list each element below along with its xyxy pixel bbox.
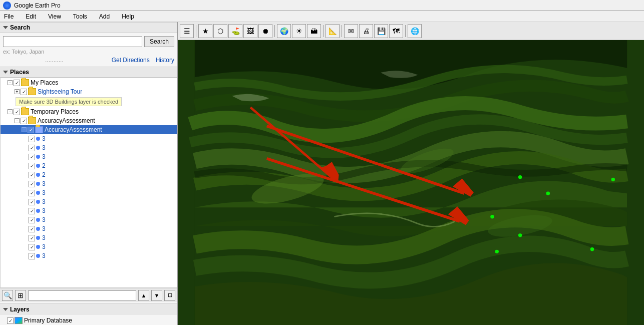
tree-item-accuracy2[interactable]: - AccuracyAssessment [1, 125, 177, 134]
lbl6: 3 [42, 180, 46, 187]
move-up-btn[interactable]: ▲ [138, 290, 149, 301]
dot6 [36, 182, 40, 186]
email-btn[interactable]: ✉ [344, 24, 358, 38]
expand-sightseeing[interactable]: + [15, 89, 20, 94]
sky-btn[interactable]: 🏔 [307, 24, 321, 38]
earth-btn[interactable]: 🌍 [277, 24, 291, 38]
cb12[interactable] [29, 235, 35, 241]
menu-tools[interactable]: Tools [71, 12, 89, 21]
list-item[interactable]: 3 [1, 224, 177, 233]
separator5 [405, 25, 406, 37]
checkbox-myplaces[interactable] [14, 80, 20, 86]
places-section-header[interactable]: Places [0, 67, 177, 78]
separator2 [274, 25, 275, 37]
path-btn[interactable]: ⛳ [228, 24, 242, 38]
expand-tempplaces[interactable]: - [8, 109, 13, 114]
tour-btn[interactable]: ⏺ [258, 24, 272, 38]
lbl5: 2 [42, 171, 46, 178]
network-btn[interactable]: 🌐 [408, 24, 422, 38]
print-btn[interactable]: 🖨 [359, 24, 373, 38]
menu-file[interactable]: File [2, 12, 16, 21]
expand-all-btn[interactable]: ⊡ [164, 290, 175, 301]
cb9[interactable] [29, 208, 35, 214]
search-places-btn[interactable]: 🔍 [2, 290, 13, 301]
move-down-btn[interactable]: ▼ [151, 290, 162, 301]
cb11[interactable] [29, 226, 35, 232]
polygon-btn[interactable]: ⬡ [213, 24, 227, 38]
list-item[interactable]: 3 [1, 143, 177, 152]
get-directions-link[interactable]: Get Directions [112, 57, 150, 64]
list-item[interactable]: 3 [1, 233, 177, 242]
cb14[interactable] [29, 253, 35, 259]
tree-item-sightseeing[interactable]: + Sightseeing Tour [1, 87, 177, 96]
tree-item-primarydb[interactable]: Primary Database [0, 316, 177, 325]
search-dots: ........... [3, 57, 106, 64]
checkbox-sightseeing[interactable] [21, 89, 27, 95]
cb3[interactable] [29, 154, 35, 160]
cb13[interactable] [29, 244, 35, 250]
list-item[interactable]: 3 [1, 197, 177, 206]
list-item[interactable]: 3 [1, 134, 177, 143]
checkbox-primarydb[interactable] [7, 317, 14, 324]
lbl7: 3 [42, 189, 46, 196]
tree-item-myplaces[interactable]: - My Places [1, 78, 177, 87]
placemark-btn[interactable]: ★ [198, 24, 212, 38]
label-sightseeing: Sightseeing Tour [38, 88, 82, 95]
cb7[interactable] [29, 190, 35, 196]
ruler-btn[interactable]: 📐 [326, 24, 340, 38]
expand-accuracy2[interactable]: - [22, 127, 27, 132]
search-section-header[interactable]: Search [0, 22, 177, 33]
places-collapse-icon [3, 71, 8, 74]
dot2 [36, 146, 40, 150]
menu-edit[interactable]: Edit [24, 12, 38, 21]
cb4[interactable] [29, 163, 35, 169]
checkbox-tempplaces[interactable] [14, 109, 20, 115]
dot10 [36, 218, 40, 222]
list-item[interactable]: 3 [1, 152, 177, 161]
history-link[interactable]: History [156, 57, 174, 64]
expand-accuracy1[interactable]: - [15, 118, 20, 123]
search-button[interactable]: Search [144, 36, 174, 47]
checkbox-accuracy1[interactable] [21, 118, 27, 124]
toggle-view-btn[interactable]: ⊞ [15, 290, 26, 301]
cb1[interactable] [29, 136, 35, 142]
tree-item-accuracy1[interactable]: - AccuracyAssessment [1, 116, 177, 125]
menu-help[interactable]: Help [120, 12, 136, 21]
sidebar-toggle-btn[interactable]: ☰ [180, 24, 194, 38]
places-search-input[interactable] [28, 290, 136, 300]
list-item[interactable]: 3 [1, 188, 177, 197]
cb10[interactable] [29, 217, 35, 223]
list-item[interactable]: 3 [1, 179, 177, 188]
cb2[interactable] [29, 145, 35, 151]
dot13 [36, 245, 40, 249]
list-item[interactable]: 2 [1, 161, 177, 170]
checkbox-accuracy2[interactable] [28, 127, 34, 133]
cb8[interactable] [29, 199, 35, 205]
lbl9: 3 [42, 207, 46, 214]
menu-add[interactable]: Add [97, 12, 112, 21]
sun-btn[interactable]: ☀ [292, 24, 306, 38]
places-tree[interactable]: - My Places + Sightseeing Tour Make sure… [0, 78, 177, 288]
list-item[interactable]: 3 [1, 215, 177, 224]
view-in-maps-btn[interactable]: 🗺 [389, 24, 403, 38]
menu-view[interactable]: View [46, 12, 63, 21]
svg-point-13 [611, 178, 615, 181]
cb6[interactable] [29, 181, 35, 187]
save-image-btn[interactable]: 💾 [374, 24, 388, 38]
list-item[interactable]: 3 [1, 251, 177, 260]
list-item[interactable]: 3 [1, 206, 177, 215]
list-item[interactable]: 3 [1, 242, 177, 251]
tree-item-tempplaces[interactable]: - Temporary Places [1, 107, 177, 116]
layers-header[interactable]: Layers [0, 303, 177, 315]
search-input[interactable] [3, 36, 142, 47]
map-area[interactable]: ☰ ★ ⬡ ⛳ 🖼 ⏺ 🌍 ☀ 🏔 📐 ✉ 🖨 💾 🗺 🌐 [178, 22, 644, 325]
list-item[interactable]: 2 [1, 170, 177, 179]
expand-myplaces[interactable]: - [8, 80, 13, 85]
dot12 [36, 236, 40, 240]
cb5[interactable] [29, 172, 35, 178]
layers-section: Layers [0, 302, 177, 316]
lbl2: 3 [42, 144, 46, 151]
svg-point-12 [546, 192, 550, 195]
overlay-btn[interactable]: 🖼 [243, 24, 257, 38]
app-title: Google Earth Pro [14, 2, 61, 9]
